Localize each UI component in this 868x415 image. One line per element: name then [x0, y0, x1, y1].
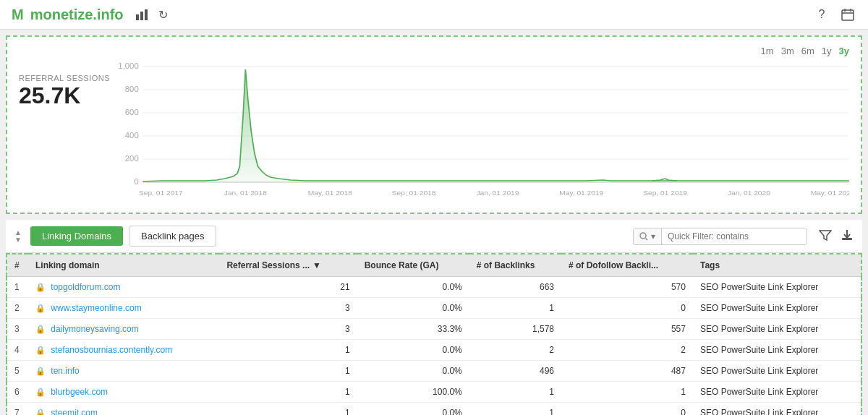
help-icon[interactable]: ? [813, 6, 830, 23]
cell-num: 1 [7, 277, 28, 298]
svg-marker-32 [820, 231, 831, 240]
svg-line-31 [646, 238, 648, 240]
lock-icon: 🔒 [35, 346, 46, 354]
lock-icon: 🔒 [35, 283, 46, 291]
col-header-backlinks[interactable]: # of Backlinks [469, 254, 561, 277]
time-filter-1y[interactable]: 1y [822, 46, 832, 56]
header-right: ? [813, 6, 856, 23]
cell-domain[interactable]: 🔒 stefanosbournias.contently.com [28, 340, 219, 361]
domain-link[interactable]: stefanosbournias.contently.com [51, 345, 172, 355]
col-header-referral[interactable]: Referral Sessions ... ▼ [219, 254, 357, 277]
table-row: 3 🔒 dailymoneysaving.com 3 33.3% 1,578 5… [7, 319, 861, 340]
lock-icon: 🔒 [35, 325, 46, 333]
time-filter-3y[interactable]: 3y [839, 46, 849, 56]
chart-label: REFERRAL SESSIONS 25.7K [19, 59, 110, 109]
col-header-domain[interactable]: Linking domain [28, 254, 219, 277]
cell-dofollow: 570 [561, 277, 693, 298]
linking-domains-tab[interactable]: Linking Domains [30, 226, 123, 246]
cell-bounce: 0.0% [357, 298, 469, 319]
cell-domain[interactable]: 🔒 blurbgeek.com [28, 382, 219, 403]
cell-dofollow: 0 [561, 403, 693, 416]
cell-backlinks: 1 [469, 298, 561, 319]
search-input[interactable] [662, 228, 807, 244]
logo-icon: M [12, 7, 24, 22]
cell-referral: 1 [219, 382, 357, 403]
svg-text:1,000: 1,000 [118, 62, 138, 70]
table-body: 1 🔒 topgoldforum.com 21 0.0% 663 570 SEO… [7, 277, 861, 416]
search-box-left[interactable]: ▾ [634, 228, 662, 244]
cell-tags: SEO PowerSuite Link Explorer [693, 319, 861, 340]
svg-text:400: 400 [125, 132, 139, 140]
cell-backlinks: 496 [469, 361, 561, 382]
lock-icon: 🔒 [35, 408, 46, 415]
svg-text:May, 01 2020: May, 01 2020 [811, 189, 849, 197]
domain-link[interactable]: blurbgeek.com [51, 387, 108, 397]
cell-domain[interactable]: 🔒 ten.info [28, 361, 219, 382]
cell-referral: 3 [219, 319, 357, 340]
cell-domain[interactable]: 🔒 dailymoneysaving.com [28, 319, 219, 340]
time-filters: 1m 3m 6m 1y 3y [761, 46, 849, 56]
domain-link[interactable]: topgoldforum.com [51, 282, 120, 292]
table-row: 2 🔒 www.staymeonline.com 3 0.0% 1 0 SEO … [7, 298, 861, 319]
domain-link[interactable]: steemit.com [51, 408, 98, 415]
time-filter-3m[interactable]: 3m [781, 46, 794, 56]
svg-text:Sep, 01 2018: Sep, 01 2018 [392, 189, 436, 197]
col-header-tags: Tags [693, 254, 861, 277]
logo: M monetize.info [12, 7, 127, 23]
chart-area: 1,000 800 600 400 200 0 Sep, 01 2017 Jan… [110, 59, 849, 204]
filter-icon[interactable] [819, 228, 832, 244]
svg-text:0: 0 [135, 178, 139, 186]
col-header-dofollow[interactable]: # of Dofollow Backli... [561, 254, 693, 277]
col-header-bounce[interactable]: Bounce Rate (GA) [357, 254, 469, 277]
time-filter-1m[interactable]: 1m [761, 46, 774, 56]
cell-dofollow: 487 [561, 361, 693, 382]
chart-label-text: REFERRAL SESSIONS [19, 74, 110, 82]
svg-text:200: 200 [125, 155, 139, 163]
domain-link[interactable]: www.staymeonline.com [51, 303, 141, 313]
svg-rect-1 [140, 12, 143, 20]
svg-rect-0 [136, 14, 139, 20]
cell-backlinks: 1 [469, 403, 561, 416]
cell-dofollow: 557 [561, 319, 693, 340]
header: M monetize.info ↻ ? [0, 0, 868, 30]
download-icon[interactable] [841, 228, 854, 244]
bar-chart-icon[interactable] [134, 7, 150, 22]
cell-referral: 1 [219, 361, 357, 382]
cell-referral: 3 [219, 298, 357, 319]
search-icon [639, 232, 648, 241]
cell-domain[interactable]: 🔒 steemit.com [28, 403, 219, 416]
time-filter-6m[interactable]: 6m [801, 46, 814, 56]
table-row: 7 🔒 steemit.com 1 0.0% 1 0 SEO PowerSuit… [7, 403, 861, 416]
cell-referral: 1 [219, 403, 357, 416]
svg-text:May, 01 2018: May, 01 2018 [308, 189, 352, 197]
cell-num: 4 [7, 340, 28, 361]
calendar-icon[interactable] [839, 6, 856, 23]
svg-rect-3 [842, 10, 854, 20]
domain-link[interactable]: ten.info [51, 366, 79, 376]
svg-text:Jan, 01 2018: Jan, 01 2018 [224, 189, 267, 197]
cell-bounce: 33.3% [357, 319, 469, 340]
table-row: 1 🔒 topgoldforum.com 21 0.0% 663 570 SEO… [7, 277, 861, 298]
cell-domain[interactable]: 🔒 www.staymeonline.com [28, 298, 219, 319]
header-left: M monetize.info ↻ [12, 7, 171, 23]
cell-domain[interactable]: 🔒 topgoldforum.com [28, 277, 219, 298]
col-header-num[interactable]: # [7, 254, 28, 277]
cell-bounce: 100.0% [357, 382, 469, 403]
domain-link[interactable]: dailymoneysaving.com [51, 324, 138, 334]
cell-referral: 21 [219, 277, 357, 298]
sort-arrows[interactable]: ▲ ▼ [14, 229, 22, 244]
chart-svg: 1,000 800 600 400 200 0 Sep, 01 2017 Jan… [110, 59, 849, 204]
cell-num: 5 [7, 361, 28, 382]
cell-num: 7 [7, 403, 28, 416]
lock-icon: 🔒 [35, 304, 46, 312]
cell-bounce: 0.0% [357, 277, 469, 298]
search-dropdown-arrow: ▾ [651, 231, 655, 241]
svg-text:Sep, 01 2017: Sep, 01 2017 [139, 189, 183, 197]
backlink-pages-tab[interactable]: Backlink pages [129, 226, 216, 247]
cell-backlinks: 1,578 [469, 319, 561, 340]
cell-num: 2 [7, 298, 28, 319]
lock-icon: 🔒 [35, 388, 46, 396]
refresh-icon[interactable]: ↻ [156, 7, 171, 22]
table-toolbar: ▲ ▼ Linking Domains Backlink pages ▾ [6, 220, 862, 253]
svg-text:May, 01 2019: May, 01 2019 [559, 189, 603, 197]
